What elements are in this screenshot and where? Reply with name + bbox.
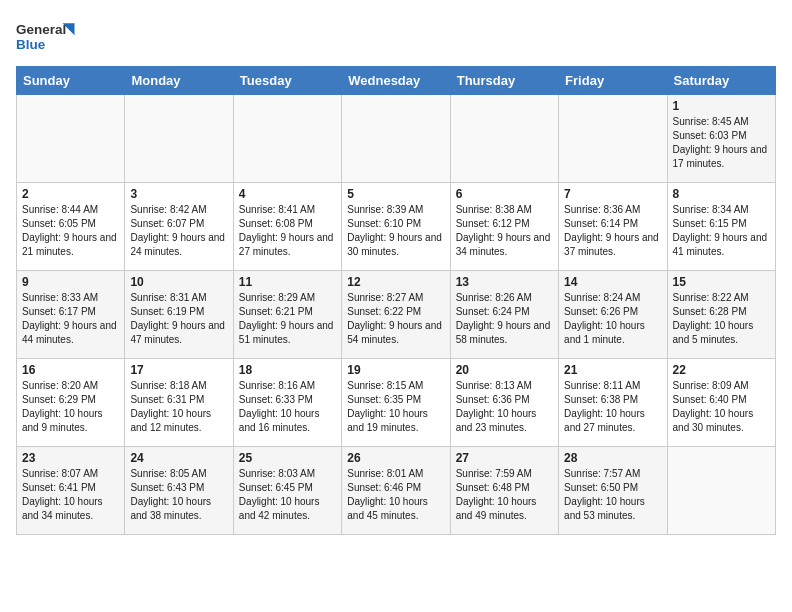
calendar-cell: 21Sunrise: 8:11 AM Sunset: 6:38 PM Dayli…: [559, 359, 667, 447]
calendar-cell: 20Sunrise: 8:13 AM Sunset: 6:36 PM Dayli…: [450, 359, 558, 447]
calendar-cell: 18Sunrise: 8:16 AM Sunset: 6:33 PM Dayli…: [233, 359, 341, 447]
day-number: 10: [130, 275, 227, 289]
calendar-cell: 9Sunrise: 8:33 AM Sunset: 6:17 PM Daylig…: [17, 271, 125, 359]
calendar-cell: 3Sunrise: 8:42 AM Sunset: 6:07 PM Daylig…: [125, 183, 233, 271]
day-number: 12: [347, 275, 444, 289]
calendar-cell: 5Sunrise: 8:39 AM Sunset: 6:10 PM Daylig…: [342, 183, 450, 271]
day-number: 20: [456, 363, 553, 377]
calendar-week-1: 1Sunrise: 8:45 AM Sunset: 6:03 PM Daylig…: [17, 95, 776, 183]
calendar-cell: 23Sunrise: 8:07 AM Sunset: 6:41 PM Dayli…: [17, 447, 125, 535]
calendar-cell: 22Sunrise: 8:09 AM Sunset: 6:40 PM Dayli…: [667, 359, 775, 447]
day-info: Sunrise: 8:13 AM Sunset: 6:36 PM Dayligh…: [456, 379, 553, 435]
calendar-table: SundayMondayTuesdayWednesdayThursdayFrid…: [16, 66, 776, 535]
calendar-cell: [342, 95, 450, 183]
calendar-cell: 17Sunrise: 8:18 AM Sunset: 6:31 PM Dayli…: [125, 359, 233, 447]
calendar-cell: 27Sunrise: 7:59 AM Sunset: 6:48 PM Dayli…: [450, 447, 558, 535]
day-info: Sunrise: 8:22 AM Sunset: 6:28 PM Dayligh…: [673, 291, 770, 347]
day-info: Sunrise: 8:42 AM Sunset: 6:07 PM Dayligh…: [130, 203, 227, 259]
day-number: 11: [239, 275, 336, 289]
header-day-wednesday: Wednesday: [342, 67, 450, 95]
calendar-cell: [667, 447, 775, 535]
day-number: 16: [22, 363, 119, 377]
calendar-cell: 4Sunrise: 8:41 AM Sunset: 6:08 PM Daylig…: [233, 183, 341, 271]
day-number: 18: [239, 363, 336, 377]
day-info: Sunrise: 8:26 AM Sunset: 6:24 PM Dayligh…: [456, 291, 553, 347]
header-day-tuesday: Tuesday: [233, 67, 341, 95]
day-info: Sunrise: 8:07 AM Sunset: 6:41 PM Dayligh…: [22, 467, 119, 523]
calendar-cell: 2Sunrise: 8:44 AM Sunset: 6:05 PM Daylig…: [17, 183, 125, 271]
day-info: Sunrise: 8:29 AM Sunset: 6:21 PM Dayligh…: [239, 291, 336, 347]
day-number: 1: [673, 99, 770, 113]
day-info: Sunrise: 8:15 AM Sunset: 6:35 PM Dayligh…: [347, 379, 444, 435]
day-info: Sunrise: 8:09 AM Sunset: 6:40 PM Dayligh…: [673, 379, 770, 435]
calendar-week-4: 16Sunrise: 8:20 AM Sunset: 6:29 PM Dayli…: [17, 359, 776, 447]
day-info: Sunrise: 7:59 AM Sunset: 6:48 PM Dayligh…: [456, 467, 553, 523]
day-info: Sunrise: 8:20 AM Sunset: 6:29 PM Dayligh…: [22, 379, 119, 435]
calendar-week-5: 23Sunrise: 8:07 AM Sunset: 6:41 PM Dayli…: [17, 447, 776, 535]
calendar-week-3: 9Sunrise: 8:33 AM Sunset: 6:17 PM Daylig…: [17, 271, 776, 359]
header-day-friday: Friday: [559, 67, 667, 95]
calendar-cell: 26Sunrise: 8:01 AM Sunset: 6:46 PM Dayli…: [342, 447, 450, 535]
day-number: 3: [130, 187, 227, 201]
calendar-cell: 13Sunrise: 8:26 AM Sunset: 6:24 PM Dayli…: [450, 271, 558, 359]
day-number: 9: [22, 275, 119, 289]
header-day-thursday: Thursday: [450, 67, 558, 95]
calendar-cell: 10Sunrise: 8:31 AM Sunset: 6:19 PM Dayli…: [125, 271, 233, 359]
calendar-cell: 24Sunrise: 8:05 AM Sunset: 6:43 PM Dayli…: [125, 447, 233, 535]
calendar-cell: [233, 95, 341, 183]
day-info: Sunrise: 8:33 AM Sunset: 6:17 PM Dayligh…: [22, 291, 119, 347]
day-number: 27: [456, 451, 553, 465]
day-info: Sunrise: 8:03 AM Sunset: 6:45 PM Dayligh…: [239, 467, 336, 523]
day-number: 5: [347, 187, 444, 201]
day-info: Sunrise: 8:45 AM Sunset: 6:03 PM Dayligh…: [673, 115, 770, 171]
day-number: 25: [239, 451, 336, 465]
day-number: 8: [673, 187, 770, 201]
day-number: 17: [130, 363, 227, 377]
day-number: 28: [564, 451, 661, 465]
calendar-header-row: SundayMondayTuesdayWednesdayThursdayFrid…: [17, 67, 776, 95]
calendar-cell: [450, 95, 558, 183]
day-info: Sunrise: 8:36 AM Sunset: 6:14 PM Dayligh…: [564, 203, 661, 259]
calendar-cell: [559, 95, 667, 183]
day-number: 2: [22, 187, 119, 201]
day-info: Sunrise: 8:41 AM Sunset: 6:08 PM Dayligh…: [239, 203, 336, 259]
svg-text:General: General: [16, 22, 66, 37]
day-number: 14: [564, 275, 661, 289]
calendar-cell: 7Sunrise: 8:36 AM Sunset: 6:14 PM Daylig…: [559, 183, 667, 271]
header-day-monday: Monday: [125, 67, 233, 95]
day-number: 22: [673, 363, 770, 377]
day-info: Sunrise: 8:44 AM Sunset: 6:05 PM Dayligh…: [22, 203, 119, 259]
calendar-cell: 16Sunrise: 8:20 AM Sunset: 6:29 PM Dayli…: [17, 359, 125, 447]
calendar-cell: 12Sunrise: 8:27 AM Sunset: 6:22 PM Dayli…: [342, 271, 450, 359]
calendar-cell: 15Sunrise: 8:22 AM Sunset: 6:28 PM Dayli…: [667, 271, 775, 359]
day-info: Sunrise: 8:16 AM Sunset: 6:33 PM Dayligh…: [239, 379, 336, 435]
day-info: Sunrise: 8:31 AM Sunset: 6:19 PM Dayligh…: [130, 291, 227, 347]
header: General Blue: [16, 16, 776, 56]
day-info: Sunrise: 8:05 AM Sunset: 6:43 PM Dayligh…: [130, 467, 227, 523]
calendar-cell: 19Sunrise: 8:15 AM Sunset: 6:35 PM Dayli…: [342, 359, 450, 447]
header-day-saturday: Saturday: [667, 67, 775, 95]
logo: General Blue: [16, 16, 76, 56]
day-info: Sunrise: 8:24 AM Sunset: 6:26 PM Dayligh…: [564, 291, 661, 347]
day-info: Sunrise: 8:18 AM Sunset: 6:31 PM Dayligh…: [130, 379, 227, 435]
calendar-cell: 8Sunrise: 8:34 AM Sunset: 6:15 PM Daylig…: [667, 183, 775, 271]
day-info: Sunrise: 8:34 AM Sunset: 6:15 PM Dayligh…: [673, 203, 770, 259]
day-number: 7: [564, 187, 661, 201]
day-number: 21: [564, 363, 661, 377]
day-info: Sunrise: 8:27 AM Sunset: 6:22 PM Dayligh…: [347, 291, 444, 347]
header-day-sunday: Sunday: [17, 67, 125, 95]
day-number: 24: [130, 451, 227, 465]
day-info: Sunrise: 8:38 AM Sunset: 6:12 PM Dayligh…: [456, 203, 553, 259]
day-info: Sunrise: 8:39 AM Sunset: 6:10 PM Dayligh…: [347, 203, 444, 259]
day-info: Sunrise: 8:01 AM Sunset: 6:46 PM Dayligh…: [347, 467, 444, 523]
day-number: 13: [456, 275, 553, 289]
day-number: 4: [239, 187, 336, 201]
calendar-cell: 11Sunrise: 8:29 AM Sunset: 6:21 PM Dayli…: [233, 271, 341, 359]
calendar-cell: [17, 95, 125, 183]
calendar-cell: 28Sunrise: 7:57 AM Sunset: 6:50 PM Dayli…: [559, 447, 667, 535]
svg-text:Blue: Blue: [16, 37, 46, 52]
calendar-cell: [125, 95, 233, 183]
calendar-cell: 6Sunrise: 8:38 AM Sunset: 6:12 PM Daylig…: [450, 183, 558, 271]
calendar-cell: 14Sunrise: 8:24 AM Sunset: 6:26 PM Dayli…: [559, 271, 667, 359]
day-number: 26: [347, 451, 444, 465]
